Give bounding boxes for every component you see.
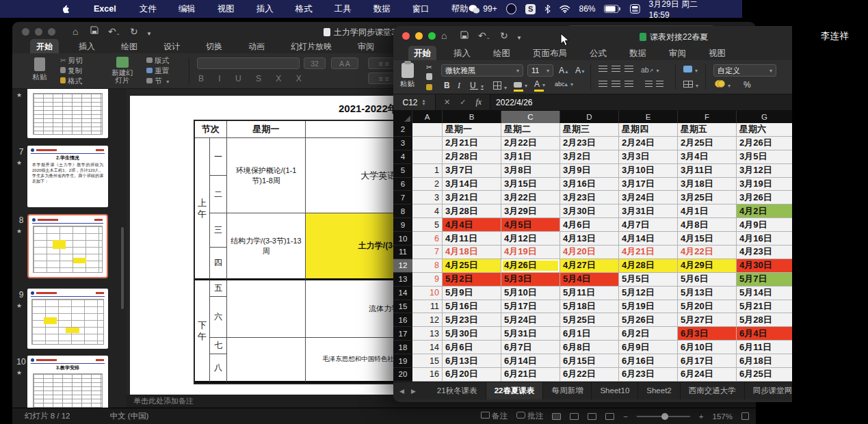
menubar-clock[interactable]: 3月29日 周二 16:59 (649, 0, 719, 20)
excel-grid[interactable]: ABCDEFG2星期一星期二星期三星期四星期五星期六32月21日2月22日2月2… (393, 111, 792, 382)
cell-C3[interactable]: 2月22日 (501, 137, 560, 150)
column-header-C[interactable]: C (501, 111, 560, 123)
cell-G17[interactable]: 6月4日 (737, 327, 792, 341)
cell-D10[interactable]: 4月13日 (560, 232, 619, 246)
ribbon-tab[interactable]: 插入 (448, 46, 476, 62)
cell-B2[interactable]: 星期一 (443, 123, 501, 137)
ribbon-tab[interactable]: 审阅 (352, 39, 380, 55)
cell-C2[interactable]: 星期二 (501, 123, 560, 137)
active-app-name[interactable]: Excel (94, 4, 116, 14)
home-icon[interactable]: ⌂ (441, 29, 447, 42)
cell-D8[interactable]: 3月30日 (560, 204, 619, 218)
horizontal-align-buttons[interactable] (599, 81, 633, 88)
language-indicator[interactable]: 中文 (中国) (109, 411, 148, 421)
cell-G2[interactable]: 星期六 (737, 123, 792, 137)
cell-F10[interactable]: 4月15日 (678, 232, 737, 246)
zoom-in-button[interactable]: + (699, 412, 704, 421)
zoom-slider[interactable] (637, 416, 690, 417)
sheet-tab[interactable]: 21秋冬课表 (429, 382, 486, 399)
ppt-cut-button[interactable]: ✂ 剪切 (60, 56, 83, 66)
cell-D20[interactable]: 6月22日 (560, 368, 619, 382)
slide-6-thumbnail[interactable] (27, 89, 108, 138)
cell-G18[interactable]: 6月11日 (737, 341, 792, 354)
cell-E16[interactable]: 5月26日 (619, 313, 678, 327)
input-source-icon[interactable] (630, 4, 640, 14)
cell-C10[interactable]: 4月12日 (501, 232, 560, 246)
s-app-icon[interactable]: S (525, 4, 536, 14)
cell-C19[interactable]: 6月14日 (501, 354, 560, 368)
cell-E18[interactable]: 6月9日 (619, 341, 678, 354)
cell-C5[interactable]: 3月8日 (501, 164, 560, 178)
column-header-A[interactable]: A (412, 111, 443, 123)
quick-access-chevron-icon[interactable]: ▼ (516, 32, 522, 44)
slide-9-thumbnail[interactable] (27, 289, 108, 349)
cell-C6[interactable]: 3月15日 (501, 178, 560, 191)
menu-item[interactable]: 窗口 (412, 3, 430, 15)
row-header-16[interactable]: 16 (393, 313, 412, 327)
comments-toggle-button[interactable]: 批注 (516, 411, 543, 421)
cell-D11[interactable]: 4月20日 (560, 246, 619, 259)
cell-F4[interactable]: 3月4日 (678, 150, 737, 164)
cell-D19[interactable]: 6月15日 (560, 354, 619, 368)
normal-view-button[interactable] (552, 413, 561, 420)
ribbon-tab[interactable]: 幻灯片放映 (285, 39, 338, 55)
cell-D17[interactable]: 6月1日 (560, 327, 619, 341)
ppt-format-painter-button[interactable]: 格式 (60, 77, 82, 86)
italic-button[interactable]: I (458, 81, 460, 91)
cell-G10[interactable]: 4月16日 (737, 232, 792, 246)
cell-G4[interactable]: 3月5日 (737, 150, 792, 164)
cell-D4[interactable]: 3月2日 (560, 150, 619, 164)
cell-B9[interactable]: 4月4日 (443, 218, 501, 232)
cell-C14[interactable]: 5月10日 (501, 287, 560, 300)
cell-D18[interactable]: 6月8日 (560, 341, 619, 354)
row-header-13[interactable]: 13 (393, 273, 412, 287)
slide-7-thumbnail[interactable]: 2.学生情况 本学期开课《土力学》教学的班级为2020级土木工程1、2班，共计1… (27, 146, 108, 207)
cell-C9[interactable]: 4月5日 (501, 218, 560, 232)
cell-C16[interactable]: 5月24日 (501, 313, 560, 327)
undo-icon[interactable]: ↶⌄ (478, 29, 490, 44)
ribbon-tab[interactable]: 视图 (703, 46, 731, 62)
cell-B8[interactable]: 3月28日 (443, 204, 501, 218)
menu-item[interactable]: 数据 (373, 3, 391, 15)
row-header-8[interactable]: 8 (393, 204, 412, 218)
ppt-paste-button[interactable]: 粘贴 (27, 57, 52, 82)
cell-G12[interactable]: 4月30日 (737, 259, 792, 273)
cell-D12[interactable]: 4月27日 (560, 259, 619, 273)
row-header-3[interactable]: 3 (393, 137, 412, 150)
row-header-17[interactable]: 17 (393, 327, 412, 341)
cell-G7[interactable]: 3月26日 (737, 191, 792, 204)
fit-slide-icon[interactable] (741, 412, 749, 420)
cell-C13[interactable]: 5月3日 (501, 273, 560, 287)
cell-E20[interactable]: 6月23日 (619, 368, 678, 382)
slide-8-thumbnail-selected[interactable] (27, 214, 108, 278)
row-header-11[interactable]: 11 (393, 246, 412, 259)
sheet-tab[interactable]: 同步课堂网教 (745, 382, 792, 399)
cell-D15[interactable]: 5月18日 (560, 300, 619, 314)
apple-menu-icon[interactable] (62, 4, 70, 14)
menu-item[interactable]: 工具 (334, 3, 352, 15)
cell-F5[interactable]: 3月11日 (678, 164, 737, 178)
menu-item[interactable]: 文件 (140, 3, 157, 15)
cell-F7[interactable]: 3月25日 (678, 191, 737, 204)
cell-B13[interactable]: 5月2日 (443, 273, 501, 287)
ribbon-tab[interactable]: 开始 (408, 46, 436, 62)
cell-B4[interactable]: 2月28日 (443, 150, 501, 164)
sheet-tab[interactable]: 22春夏课表 (486, 382, 544, 399)
cell-E2[interactable]: 星期四 (619, 123, 678, 137)
cell-B16[interactable]: 5月23日 (443, 313, 501, 327)
formula-input[interactable]: 2022/4/26 (490, 94, 792, 110)
cell-D6[interactable]: 3月16日 (560, 178, 619, 191)
ppt-reset-button[interactable]: 重置 (146, 66, 169, 76)
cell-E11[interactable]: 4月21日 (619, 246, 678, 259)
cell-A18[interactable]: 14 (412, 341, 443, 354)
cell-B12[interactable]: 4月25日 (443, 259, 501, 273)
cell-D3[interactable]: 2月23日 (560, 137, 619, 150)
wechat-icon[interactable] (469, 4, 480, 14)
ribbon-tab[interactable]: 审阅 (663, 46, 692, 62)
cell-F18[interactable]: 6月10日 (678, 341, 737, 354)
cell-F14[interactable]: 5月13日 (678, 287, 737, 300)
cell-B5[interactable]: 3月7日 (443, 164, 501, 178)
cell-E4[interactable]: 3月3日 (619, 150, 678, 164)
percent-style-button[interactable]: % (744, 80, 751, 90)
cell-D13[interactable]: 5月4日 (560, 273, 619, 287)
